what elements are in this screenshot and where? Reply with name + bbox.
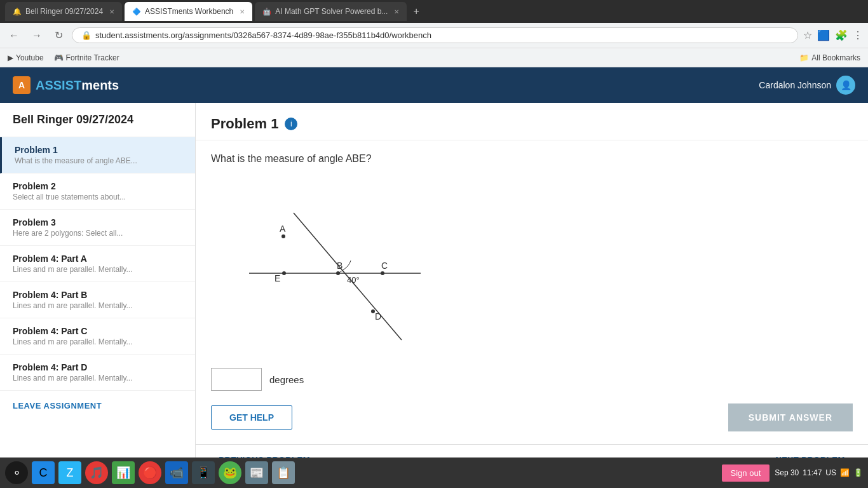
taskbar-app-2[interactable]: Z — [58, 461, 81, 484]
submit-answer-button[interactable]: SUBMIT ANSWER — [728, 403, 853, 431]
svg-text:C: C — [381, 261, 388, 271]
menu-icon[interactable]: ⋮ — [853, 29, 863, 41]
forward-button[interactable]: → — [28, 27, 46, 44]
bookmark-fortnite-label: Fortnite Tracker — [66, 53, 119, 62]
taskbar-app-9[interactable]: 📰 — [245, 461, 268, 484]
lock-icon: 🔒 — [81, 30, 92, 40]
sidebar-item-subtitle-4a: Lines and m are parallel. Mentally... — [13, 265, 182, 274]
address-bar[interactable]: 🔒 student.assistments.org/assignments/03… — [72, 27, 798, 43]
main-content: Problem 1 i What is the measure of angle… — [196, 103, 868, 458]
taskbar-region: US — [825, 468, 836, 477]
tab-close-1[interactable]: ✕ — [109, 8, 114, 15]
sidebar-item-subtitle-1: What is the measure of angle ABE... — [15, 156, 182, 165]
wifi-icon: 📶 — [840, 468, 850, 477]
sidebar-item-problem-1[interactable]: Problem 1 What is the measure of angle A… — [0, 137, 195, 173]
problem-title: Problem 1 — [211, 116, 278, 132]
sidebar-item-problem-4b[interactable]: Problem 4: Part B Lines and m are parall… — [0, 282, 195, 318]
taskbar-app-8[interactable]: 🐸 — [219, 461, 241, 484]
info-icon[interactable]: i — [285, 118, 297, 130]
sidebar-item-problem-4d[interactable]: Problem 4: Part D Lines and m are parall… — [0, 355, 195, 391]
sidebar-item-problem-4c[interactable]: Problem 4: Part C Lines and m are parall… — [0, 318, 195, 355]
bookmarks-bar: ▶ Youtube 🎮 Fortnite Tracker 📁 All Bookm… — [0, 48, 868, 67]
logo-prefix: ASSIST — [36, 78, 81, 92]
browser-address-bar-row: ← → ↻ 🔒 student.assistments.org/assignme… — [0, 23, 868, 48]
taskbar-app-7[interactable]: 📱 — [192, 461, 215, 484]
taskbar-app-6[interactable]: 📹 — [165, 461, 188, 484]
bookmark-youtube-label: Youtube — [16, 53, 44, 62]
problem-question: What is the measure of angle ABE? — [211, 153, 853, 165]
taskbar-app-1[interactable]: C — [32, 461, 55, 484]
browser-icons: ☆ 🟦 🧩 ⋮ — [803, 29, 863, 41]
svg-point-3 — [282, 271, 286, 275]
sidebar-item-subtitle-4d: Lines and m are parallel. Mentally... — [13, 374, 182, 383]
back-button[interactable]: ← — [5, 27, 23, 44]
sidebar-item-subtitle-3: Here are 2 polygons: Select all... — [13, 229, 182, 238]
app-logo: A ASSISTments — [13, 76, 119, 94]
get-help-button[interactable]: GET HELP — [211, 405, 292, 430]
taskbar-app-3[interactable]: 🎵 — [85, 461, 108, 484]
sidebar-item-problem-4a[interactable]: Problem 4: Part A Lines and m are parall… — [0, 246, 195, 282]
extension-icon-2[interactable]: 🧩 — [835, 29, 848, 41]
extension-icon-1[interactable]: 🟦 — [817, 29, 830, 41]
taskbar-app-4[interactable]: 📊 — [112, 461, 135, 484]
answer-row: degrees — [211, 368, 853, 391]
app-body: Bell Ringer 09/27/2024 Problem 1 What is… — [0, 103, 868, 458]
browser-tab-3[interactable]: 🤖 AI Math GPT Solver Powered b... ✕ — [255, 2, 407, 21]
sign-out-button[interactable]: Sign out — [722, 464, 770, 482]
battery-icon: 🔋 — [853, 468, 863, 477]
tab-label-1: Bell Ringer 09/27/2024 — [25, 7, 103, 16]
problem-body: What is the measure of angle ABE? A — [196, 140, 868, 444]
sidebar-item-title-4b: Problem 4: Part B — [13, 290, 182, 300]
bookmark-youtube[interactable]: ▶ Youtube — [8, 53, 44, 62]
sidebar-item-title-4c: Problem 4: Part C — [13, 326, 182, 336]
taskbar-circle-icon[interactable]: ⚬ — [5, 461, 28, 484]
user-name: Cardalon Johnson — [759, 80, 831, 90]
star-icon[interactable]: ☆ — [803, 29, 812, 41]
action-row: GET HELP SUBMIT ANSWER — [211, 403, 853, 431]
taskbar-right: Sign out Sep 30 11:47 US 📶 🔋 — [722, 464, 863, 482]
tab-favicon-1: 🔔 — [13, 8, 22, 16]
taskbar-app-5[interactable]: 🔴 — [139, 461, 161, 484]
new-tab-button[interactable]: + — [409, 6, 423, 17]
user-avatar: 👤 — [836, 76, 855, 95]
sidebar-item-subtitle-4b: Lines and m are parallel. Mentally... — [13, 301, 182, 310]
sidebar-item-title-4d: Problem 4: Part D — [13, 362, 182, 372]
browser-tab-1[interactable]: 🔔 Bell Ringer 09/27/2024 ✕ — [5, 2, 122, 21]
svg-text:E: E — [275, 273, 280, 283]
problem-navigation: PREVIOUS PROBLEM NEXT PROBLEM — [196, 444, 868, 458]
taskbar-system-info: Sep 30 11:47 US 📶 🔋 — [775, 468, 863, 477]
leave-assignment-link[interactable]: LEAVE ASSIGNMENT — [0, 391, 195, 421]
taskbar-left: ⚬ C Z 🎵 📊 🔴 📹 📱 🐸 📰 📋 — [5, 461, 295, 484]
browser-tab-2[interactable]: 🔷 ASSISTments Workbench ✕ — [125, 2, 252, 21]
sidebar-item-problem-2[interactable]: Problem 2 Select all true statements abo… — [0, 173, 195, 210]
sidebar-item-title-3: Problem 3 — [13, 217, 182, 227]
sidebar-item-subtitle-4c: Lines and m are parallel. Mentally... — [13, 337, 182, 346]
address-text: student.assistments.org/assignments/0326… — [95, 30, 431, 40]
bookmark-all[interactable]: 📁 All Bookmarks — [799, 53, 860, 62]
user-info: Cardalon Johnson 👤 — [759, 76, 855, 95]
tab-close-3[interactable]: ✕ — [394, 8, 399, 15]
tab-favicon-2: 🔷 — [132, 8, 141, 16]
sidebar-item-title-2: Problem 2 — [13, 181, 182, 191]
bookmark-all-label: All Bookmarks — [811, 53, 860, 62]
logo-suffix: ments — [81, 78, 119, 92]
sidebar-item-problem-3[interactable]: Problem 3 Here are 2 polygons: Select al… — [0, 210, 195, 246]
tab-label-2: ASSISTments Workbench — [145, 7, 233, 16]
bookmark-fortnite[interactable]: 🎮 Fortnite Tracker — [54, 53, 119, 62]
svg-text:B: B — [337, 261, 342, 271]
logo-text: ASSISTments — [36, 78, 119, 93]
svg-text:40°: 40° — [347, 275, 360, 285]
tab-label-3: AI Math GPT Solver Powered b... — [275, 7, 388, 16]
tab-close-2[interactable]: ✕ — [240, 8, 245, 15]
sidebar-item-subtitle-2: Select all true statements about... — [13, 193, 182, 201]
svg-text:A: A — [280, 224, 286, 234]
sidebar: Bell Ringer 09/27/2024 Problem 1 What is… — [0, 103, 196, 458]
answer-input[interactable] — [211, 368, 262, 391]
browser-chrome: 🔔 Bell Ringer 09/27/2024 ✕ 🔷 ASSISTments… — [0, 0, 868, 23]
sidebar-item-title-1: Problem 1 — [15, 145, 182, 155]
problem-header: Problem 1 i — [196, 103, 868, 140]
diagram-svg: A E B C D 40° — [211, 175, 446, 353]
taskbar-app-10[interactable]: 📋 — [272, 461, 295, 484]
reload-button[interactable]: ↻ — [51, 27, 67, 44]
logo-icon: A — [13, 76, 31, 94]
